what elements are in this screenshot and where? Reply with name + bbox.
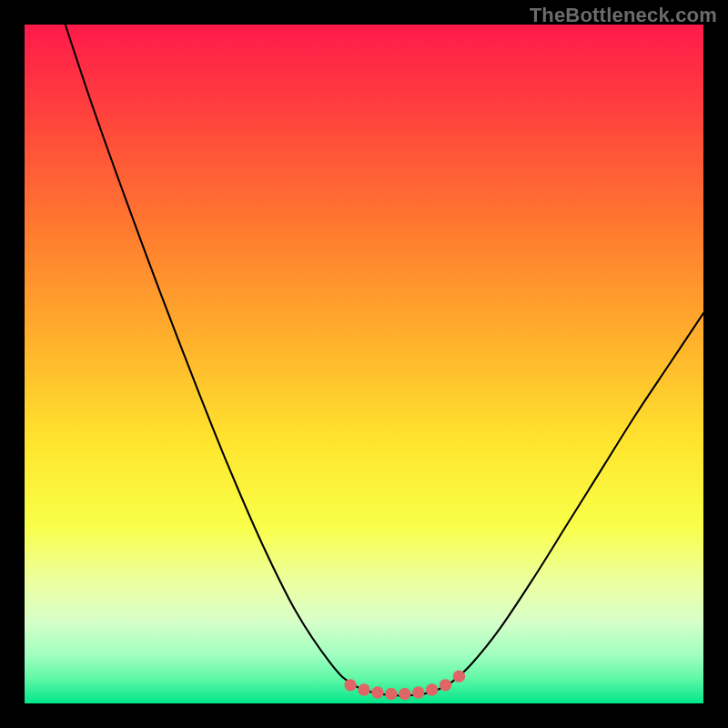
bottleneck-curve <box>25 25 703 703</box>
trough-marker <box>426 683 438 695</box>
trough-marker <box>412 686 424 698</box>
trough-marker <box>371 686 383 698</box>
trough-marker <box>453 670 465 682</box>
trough-marker <box>440 679 451 691</box>
chart-frame: TheBottleneck.com <box>0 0 728 728</box>
watermark-text: TheBottleneck.com <box>530 4 717 27</box>
trough-marker <box>385 688 397 700</box>
trough-marker <box>358 683 369 695</box>
trough-marker <box>399 688 410 700</box>
trough-marker <box>344 679 356 691</box>
plot-area <box>25 25 703 703</box>
